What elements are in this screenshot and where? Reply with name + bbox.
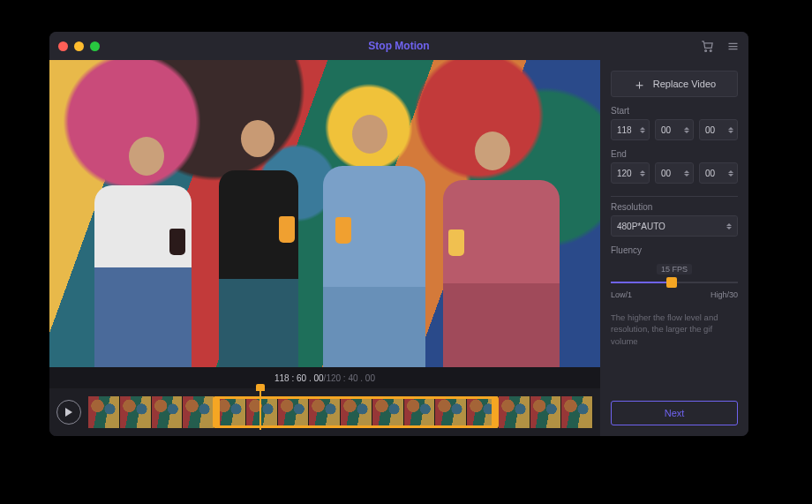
timeline-frame[interactable] (278, 396, 310, 428)
start-field-1[interactable]: 118 (611, 119, 650, 140)
timeline-frame[interactable] (404, 396, 436, 428)
stepper-arrows-icon[interactable] (684, 170, 689, 177)
start-label: Start (611, 106, 738, 116)
stepper-arrows-icon[interactable] (728, 127, 733, 133)
fluency-slider[interactable] (611, 276, 738, 289)
timeline-frame[interactable] (214, 396, 246, 428)
start-field-2[interactable]: 00 (655, 119, 694, 140)
timeline-track[interactable] (88, 396, 593, 428)
zoom-icon[interactable] (90, 41, 100, 51)
start-field-3[interactable]: 00 (699, 119, 738, 140)
timeline-frame[interactable] (309, 396, 341, 428)
next-button[interactable]: Next (611, 401, 738, 425)
next-label: Next (665, 408, 685, 418)
end-field-3[interactable]: 00 (699, 162, 738, 184)
slider-low-label: Low/1 (611, 290, 632, 299)
svg-marker-5 (65, 408, 72, 417)
stepper-arrows-icon[interactable] (728, 170, 733, 177)
plus-icon: ＋ (633, 78, 646, 91)
replace-video-button[interactable]: ＋ Replace Video (611, 71, 738, 97)
menu-icon[interactable] (726, 40, 740, 53)
timeline-frame[interactable] (561, 396, 593, 428)
timeline-frame[interactable] (530, 396, 562, 428)
timecode-total: 120 : 40 . 00 (326, 373, 375, 383)
timeline-frame[interactable] (435, 396, 467, 428)
stepper-arrows-icon[interactable] (640, 127, 645, 133)
end-field-1[interactable]: 120 (611, 162, 650, 184)
fps-badge: 15 FPS (657, 264, 692, 275)
minimize-icon[interactable] (74, 41, 84, 51)
titlebar: Stop Motion (49, 32, 748, 60)
timeline-frame[interactable] (341, 396, 372, 428)
timeline-frame[interactable] (152, 396, 184, 428)
timeline-frame[interactable] (120, 396, 152, 428)
cart-icon[interactable] (701, 40, 714, 53)
end-label: End (611, 149, 738, 159)
svg-point-1 (710, 49, 711, 51)
resolution-value: 480P*AUTO (617, 222, 665, 231)
timeline (49, 388, 600, 436)
preview-pane: 118 : 60 . 00 / 120 : 40 . 00 (49, 60, 600, 436)
window-title: Stop Motion (49, 40, 748, 52)
video-preview (49, 60, 600, 367)
slider-high-label: High/30 (710, 290, 738, 299)
resolution-label: Resolution (611, 202, 738, 212)
timeline-frame[interactable] (499, 396, 530, 428)
timecode-display: 118 : 60 . 00 / 120 : 40 . 00 (49, 367, 600, 388)
stepper-arrows-icon[interactable] (684, 127, 689, 133)
end-field-2[interactable]: 00 (655, 162, 694, 184)
divider (611, 196, 738, 197)
play-button[interactable] (56, 400, 81, 425)
app-window: Stop Motion (49, 32, 748, 436)
slider-thumb[interactable] (666, 277, 677, 288)
timeline-frame[interactable] (246, 396, 278, 428)
replace-video-label: Replace Video (653, 79, 716, 89)
close-icon[interactable] (58, 41, 68, 51)
settings-panel: ＋ Replace Video Start 118 00 00 End 120 … (600, 60, 748, 436)
timeline-frame[interactable] (88, 396, 120, 428)
timeline-frame[interactable] (467, 396, 499, 428)
fluency-label: Fluency (611, 245, 738, 255)
timeline-frame[interactable] (183, 396, 214, 428)
stepper-arrows-icon[interactable] (640, 170, 645, 177)
select-arrows-icon (726, 223, 732, 229)
timecode-current: 118 : 60 . 00 (274, 373, 324, 383)
hint-text: The higher the flow level and resolution… (611, 312, 738, 347)
timeline-frame[interactable] (372, 396, 404, 428)
resolution-select[interactable]: 480P*AUTO (611, 215, 738, 237)
traffic-lights (58, 41, 100, 51)
svg-point-0 (705, 49, 707, 51)
